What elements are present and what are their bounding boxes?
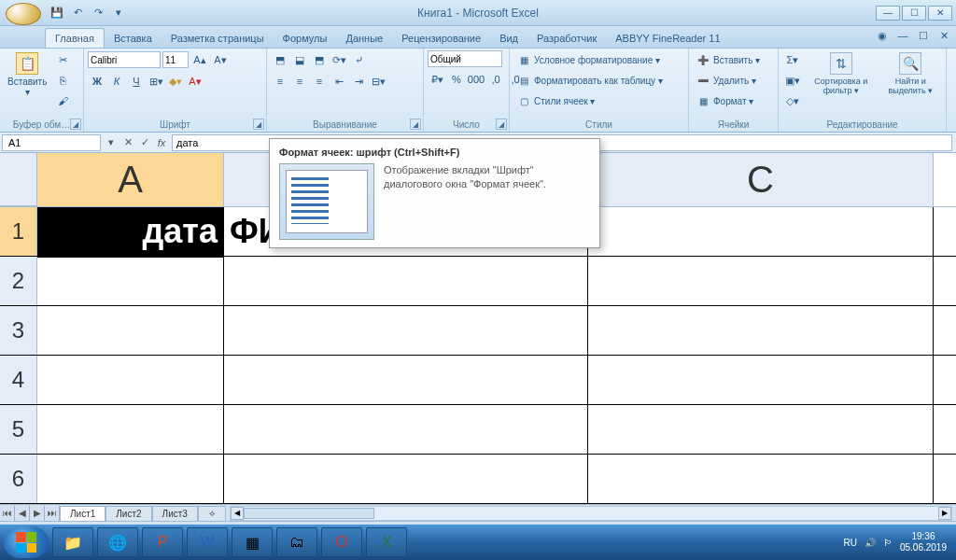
tray-lang[interactable]: RU (843, 538, 856, 548)
cell-b5[interactable] (224, 405, 588, 454)
align-center-icon[interactable]: ≡ (290, 72, 309, 91)
align-middle-icon[interactable]: ⬓ (290, 50, 309, 69)
sheet-tab-1[interactable]: Лист1 (60, 506, 105, 521)
taskbar-excel-icon[interactable]: X (366, 527, 407, 557)
font-launcher[interactable]: ◢ (253, 119, 264, 130)
taskbar-word-icon[interactable]: W (187, 527, 228, 557)
close-button[interactable]: ✕ (928, 6, 952, 21)
cut-icon[interactable]: ✂ (52, 50, 73, 69)
cell-a2[interactable] (37, 257, 224, 305)
comma-icon[interactable]: 000 (467, 70, 485, 89)
column-header-c[interactable]: C (588, 153, 934, 206)
find-select-button[interactable]: 🔍 Найти и выделить ▾ (879, 50, 942, 97)
clear-icon[interactable]: ◇▾ (782, 91, 803, 110)
taskbar-explorer-icon[interactable]: 📁 (52, 527, 93, 557)
scroll-left-icon[interactable]: ◀ (231, 507, 244, 520)
cell-b4[interactable] (224, 356, 588, 404)
office-button[interactable] (6, 3, 41, 25)
tab-review[interactable]: Рецензирование (392, 29, 490, 48)
ribbon-restore-icon[interactable]: ☐ (917, 29, 930, 42)
taskbar-ie-icon[interactable]: 🌐 (97, 527, 138, 557)
scroll-thumb[interactable] (244, 508, 374, 519)
conditional-formatting-button[interactable]: ▦Условное форматирование ▾ (513, 50, 664, 69)
insert-cells-button[interactable]: ➕Вставить ▾ (693, 50, 764, 69)
inc-decimal-icon[interactable]: ,0 (486, 70, 505, 89)
tab-home[interactable]: Главная (45, 28, 105, 48)
cell-c3[interactable] (588, 306, 934, 355)
redo-icon[interactable]: ↷ (90, 5, 106, 21)
shrink-font-icon[interactable]: A▾ (211, 50, 230, 69)
alignment-launcher[interactable]: ◢ (410, 119, 421, 130)
taskbar-opera-icon[interactable]: O (321, 527, 362, 557)
font-name-select[interactable] (88, 51, 161, 68)
orientation-icon[interactable]: ⟳▾ (330, 50, 348, 69)
row-header-5[interactable]: 5 (0, 405, 37, 454)
cell-b2[interactable] (224, 257, 588, 305)
sheet-nav-next-icon[interactable]: ▶ (30, 506, 45, 521)
select-all-corner[interactable] (0, 153, 37, 206)
tab-data[interactable]: Данные (336, 29, 392, 48)
row-header-4[interactable]: 4 (0, 356, 37, 404)
font-size-select[interactable] (162, 51, 189, 68)
tray-clock[interactable]: 19:36 05.06.2019 (900, 531, 947, 553)
wrap-text-icon[interactable]: ⤶ (349, 50, 368, 69)
name-box[interactable] (2, 134, 101, 151)
qat-more-icon[interactable]: ▾ (110, 5, 127, 21)
paste-button[interactable]: 📋 Вставить ▾ (4, 50, 50, 99)
cell-b6[interactable] (224, 455, 588, 503)
cell-c2[interactable] (588, 257, 934, 305)
font-color-icon[interactable]: A▾ (186, 72, 204, 91)
bold-button[interactable]: Ж (88, 72, 106, 91)
cell-a5[interactable] (37, 405, 224, 454)
sheet-nav-first-icon[interactable]: ⏮ (0, 506, 15, 521)
taskbar-app-icon[interactable]: ▦ (232, 527, 273, 557)
scroll-right-icon[interactable]: ▶ (938, 507, 951, 520)
sheet-nav-prev-icon[interactable]: ◀ (15, 506, 30, 521)
number-format-select[interactable] (428, 50, 502, 67)
tray-network-icon[interactable]: 🔊 (865, 538, 876, 548)
ribbon-close-icon[interactable]: ✕ (937, 29, 950, 42)
sheet-tab-3[interactable]: Лист3 (152, 506, 198, 521)
border-icon[interactable]: ⊞▾ (147, 72, 165, 91)
ribbon-minimize-icon[interactable]: — (896, 29, 909, 42)
autosum-icon[interactable]: Σ▾ (782, 50, 803, 69)
cell-a3[interactable] (37, 306, 224, 355)
new-sheet-icon[interactable]: ✧ (198, 506, 226, 521)
insert-function-icon[interactable]: fx (153, 134, 170, 151)
increase-indent-icon[interactable]: ⇥ (349, 72, 368, 91)
grow-font-icon[interactable]: A▴ (190, 50, 209, 69)
currency-icon[interactable]: ₽▾ (428, 70, 446, 89)
tab-page-layout[interactable]: Разметка страницы (162, 29, 274, 48)
delete-cells-button[interactable]: ➖Удалить ▾ (693, 71, 760, 90)
horizontal-scrollbar[interactable]: ◀ ▶ (230, 506, 952, 521)
cell-b3[interactable] (224, 306, 588, 355)
tray-flag-icon[interactable]: 🏳 (883, 538, 893, 548)
name-box-dropdown-icon[interactable]: ▾ (103, 134, 120, 151)
taskbar-powerpoint-icon[interactable]: P (142, 527, 183, 557)
undo-icon[interactable]: ↶ (69, 5, 86, 21)
underline-button[interactable]: Ч (127, 72, 146, 91)
align-top-icon[interactable]: ⬒ (271, 50, 289, 69)
cell-a1[interactable]: дата (37, 207, 224, 256)
tab-view[interactable]: Вид (490, 29, 527, 48)
align-right-icon[interactable]: ≡ (310, 72, 329, 91)
sort-filter-button[interactable]: ⇅ Сортировка и фильтр ▾ (805, 50, 878, 97)
cell-a4[interactable] (37, 356, 224, 404)
percent-icon[interactable]: % (447, 70, 466, 89)
cell-a6[interactable] (37, 455, 224, 503)
row-header-3[interactable]: 3 (0, 306, 37, 355)
tab-formulas[interactable]: Формулы (274, 29, 337, 48)
taskbar-folder-icon[interactable]: 🗂 (276, 527, 317, 557)
clipboard-launcher[interactable]: ◢ (70, 119, 81, 130)
cell-c6[interactable] (588, 455, 934, 503)
start-button[interactable] (4, 526, 49, 558)
maximize-button[interactable]: ☐ (902, 6, 926, 21)
sheet-nav-last-icon[interactable]: ⏭ (45, 506, 60, 521)
row-header-6[interactable]: 6 (0, 455, 37, 503)
save-icon[interactable]: 💾 (49, 5, 65, 21)
sheet-tab-2[interactable]: Лист2 (105, 506, 151, 521)
tab-insert[interactable]: Вставка (105, 29, 162, 48)
column-header-a[interactable]: A (37, 153, 224, 206)
decrease-indent-icon[interactable]: ⇤ (330, 72, 348, 91)
format-cells-button[interactable]: ▦Формат ▾ (693, 91, 757, 110)
